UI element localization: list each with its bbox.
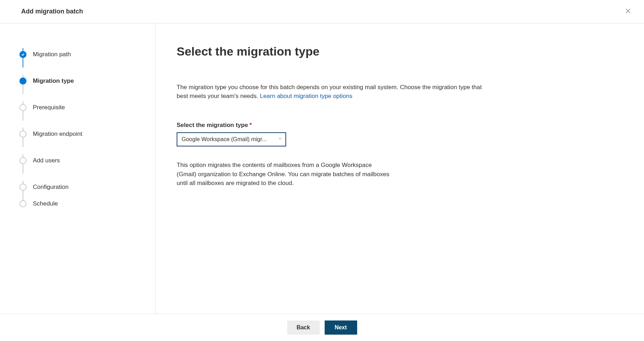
step-migration-path[interactable]: Migration path — [19, 41, 144, 68]
step-indicator-upcoming — [19, 104, 26, 111]
wizard-footer: Back Next — [0, 314, 644, 341]
back-button[interactable]: Back — [287, 320, 320, 335]
step-configuration[interactable]: Configuration — [19, 174, 144, 200]
close-icon — [625, 8, 631, 14]
wizard-content: Select the migration type The migration … — [155, 23, 644, 314]
wizard-title: Add migration batch — [21, 8, 83, 15]
page-title: Select the migration type — [177, 45, 616, 58]
migration-type-description: This option migrates the contents of mai… — [177, 161, 392, 188]
step-label: Prerequisite — [33, 104, 65, 111]
step-label: Migration endpoint — [33, 131, 82, 138]
step-indicator-completed — [19, 51, 26, 58]
wizard-steps-sidebar: Migration path Migration type Prerequisi… — [0, 23, 155, 314]
wizard-header: Add migration batch — [0, 0, 644, 23]
step-schedule[interactable]: Schedule — [19, 200, 144, 207]
next-button[interactable]: Next — [325, 320, 357, 335]
learn-more-link[interactable]: Learn about migration type options — [260, 93, 353, 99]
step-indicator-upcoming — [19, 131, 26, 138]
step-indicator-upcoming — [19, 200, 26, 207]
step-label: Schedule — [33, 200, 58, 207]
step-indicator-upcoming — [19, 157, 26, 164]
step-indicator-upcoming — [19, 184, 26, 191]
check-icon — [21, 53, 25, 56]
required-indicator: * — [249, 122, 252, 128]
migration-type-label: Select the migration type* — [177, 122, 616, 129]
close-button[interactable] — [623, 6, 633, 17]
step-migration-endpoint[interactable]: Migration endpoint — [19, 121, 144, 147]
migration-type-select[interactable]: Google Workspace (Gmail) migr... — [177, 132, 286, 146]
step-add-users[interactable]: Add users — [19, 147, 144, 174]
step-label: Add users — [33, 157, 60, 164]
step-indicator-current — [19, 77, 26, 85]
step-prerequisite[interactable]: Prerequisite — [19, 94, 144, 121]
migration-type-select-wrap: Google Workspace (Gmail) migr... — [177, 132, 286, 146]
step-label: Migration path — [33, 51, 71, 58]
step-label: Migration type — [33, 77, 74, 85]
intro-text: The migration type you choose for this b… — [177, 83, 488, 100]
step-migration-type[interactable]: Migration type — [19, 68, 144, 94]
step-label: Configuration — [33, 184, 69, 191]
